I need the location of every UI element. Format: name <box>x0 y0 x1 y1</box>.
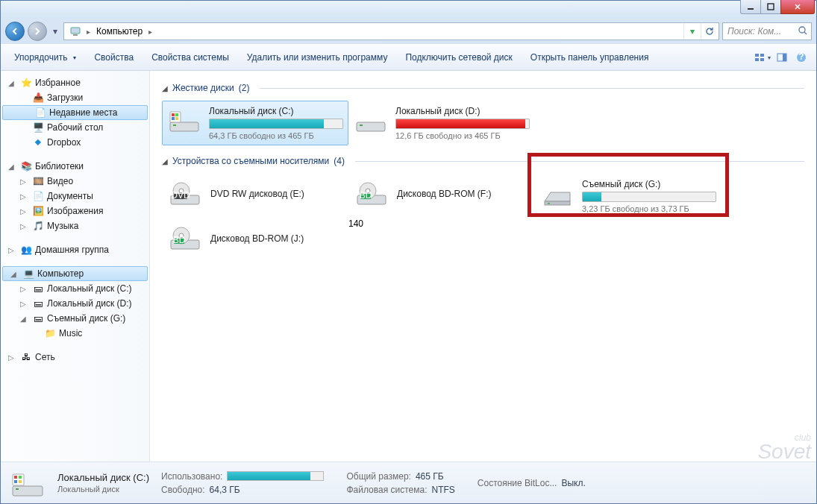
svg-rect-20 <box>357 122 385 131</box>
drive-d[interactable]: Локальный диск (D:) 12,6 ГБ свободно из … <box>348 101 535 145</box>
removable-drive-icon: 🖴 <box>32 312 44 324</box>
drive-icon <box>10 468 46 498</box>
group-header-hdd[interactable]: ◢ Жесткие диски (2) <box>162 83 804 93</box>
refresh-button[interactable] <box>701 23 717 40</box>
tree-desktop[interactable]: 🖥️Рабочий стол <box>1 120 149 135</box>
titlebar[interactable] <box>1 1 816 19</box>
svg-rect-14 <box>173 125 176 126</box>
capacity-bar <box>209 119 343 129</box>
svg-rect-45 <box>19 480 22 483</box>
group-count: (4) <box>334 156 345 166</box>
address-dropdown-button[interactable]: ▾ <box>683 23 700 40</box>
system-properties-button[interactable]: Свойства системы <box>144 49 237 66</box>
svg-text:BD: BD <box>173 235 186 245</box>
collapse-icon[interactable]: ◢ <box>162 84 168 92</box>
explorer-window: ▾ ▸ Компьютер ▸ ▾ Поиск: Ком... Упорядоч… <box>0 0 817 504</box>
folder-icon: 📁 <box>44 327 56 339</box>
fs-label: Файловая система: <box>346 485 427 495</box>
body-area: ◢⭐Избранное 📥Загрузки 📄Недавние места 🖥️… <box>1 71 816 462</box>
map-network-drive-button[interactable]: Подключить сетевой диск <box>398 49 519 66</box>
drive-name: Дисковод BD-ROM (J:) <box>210 233 343 244</box>
free-label: Свободно: <box>161 485 205 495</box>
svg-text:?: ? <box>798 52 804 62</box>
drive-icon: 🖴 <box>32 283 44 294</box>
fs-value: NTFS <box>431 485 454 495</box>
navigation-row: ▾ ▸ Компьютер ▸ ▾ Поиск: Ком... <box>1 19 816 44</box>
video-icon: 🎞️ <box>32 175 44 187</box>
tree-documents[interactable]: ▷📄Документы <box>1 189 149 204</box>
libraries-icon: 📚 <box>20 160 32 172</box>
svg-rect-6 <box>760 54 764 57</box>
back-button[interactable] <box>5 22 25 41</box>
view-options-button[interactable] <box>754 48 771 66</box>
tree-favorites[interactable]: ◢⭐Избранное <box>1 75 149 90</box>
svg-rect-39 <box>13 486 43 496</box>
recent-icon: 📄 <box>34 107 46 119</box>
control-panel-button[interactable]: Открыть панель управления <box>523 49 657 66</box>
search-icon <box>798 25 808 38</box>
breadcrumb-computer[interactable]: Компьютер <box>92 23 147 40</box>
tree-recent-places[interactable]: 📄Недавние места <box>2 105 148 120</box>
details-subtitle: Локальный диск <box>57 485 149 494</box>
search-input[interactable]: Поиск: Ком... <box>722 22 812 40</box>
tree-network[interactable]: ▷🖧Сеть <box>1 350 149 365</box>
tree-dropbox[interactable]: ⯁Dropbox <box>1 135 149 150</box>
history-dropdown[interactable]: ▾ <box>50 24 60 39</box>
bd-drive-j[interactable]: BD Дисковод BD-ROM (J:) <box>162 218 348 259</box>
total-value: 465 ГБ <box>416 471 444 482</box>
minimize-button[interactable] <box>740 0 761 14</box>
tree-videos[interactable]: ▷🎞️Видео <box>1 174 149 189</box>
tree-downloads[interactable]: 📥Загрузки <box>1 90 149 105</box>
command-toolbar: Упорядочить Свойства Свойства системы Уд… <box>1 44 816 71</box>
svg-rect-7 <box>755 58 759 61</box>
hdd-icon <box>167 106 201 136</box>
svg-rect-2 <box>71 28 80 34</box>
desktop-icon: 🖥️ <box>32 122 44 133</box>
annotation-highlight <box>528 153 729 217</box>
tree-pictures[interactable]: ▷🖼️Изображения <box>1 204 149 218</box>
breadcrumb-separator-icon[interactable]: ▸ <box>85 28 92 36</box>
svg-rect-18 <box>172 117 175 120</box>
tree-disk-d[interactable]: ▷🖴Локальный диск (D:) <box>1 296 149 311</box>
documents-icon: 📄 <box>32 190 44 202</box>
tree-music[interactable]: ▷🎵Музыка <box>1 218 149 233</box>
dvd-drive-e[interactable]: DVD DVD RW дисковод (E:) <box>162 174 348 218</box>
bd-drive-icon: BD <box>167 224 203 253</box>
details-title: Локальный диск (C:) <box>57 472 149 483</box>
music-icon: 🎵 <box>32 220 44 232</box>
drive-c[interactable]: Локальный диск (C:) 64,3 ГБ свободно из … <box>162 101 348 145</box>
tree-disk-c[interactable]: ▷🖴Локальный диск (C:) <box>1 281 149 296</box>
drive-name: Локальный диск (C:) <box>209 106 343 116</box>
breadcrumb-separator-icon[interactable]: ▸ <box>147 28 154 36</box>
tree-homegroup[interactable]: ▷👥Домашняя группа <box>1 242 149 257</box>
close-button[interactable] <box>780 0 815 14</box>
forward-button[interactable] <box>28 22 47 41</box>
address-bar[interactable]: ▸ Компьютер ▸ ▾ <box>63 22 719 40</box>
svg-point-4 <box>799 27 805 33</box>
drive-name: Дисковод BD-ROM (F:) <box>397 189 530 199</box>
preview-pane-button[interactable] <box>773 48 791 66</box>
svg-rect-3 <box>73 34 78 36</box>
total-label: Общий размер: <box>346 471 410 482</box>
collapse-icon[interactable]: ◢ <box>162 157 168 166</box>
navigation-pane[interactable]: ◢⭐Избранное 📥Загрузки 📄Недавние места 🖥️… <box>1 71 150 462</box>
pictures-icon: 🖼️ <box>32 205 44 217</box>
uninstall-program-button[interactable]: Удалить или изменить программу <box>240 49 395 66</box>
svg-rect-0 <box>748 8 754 10</box>
help-button[interactable]: ? <box>792 48 810 66</box>
tree-disk-g[interactable]: ◢🖴Съемный диск (G:) <box>1 311 149 326</box>
used-bar <box>227 471 324 481</box>
tree-libraries[interactable]: ◢📚Библиотеки <box>1 159 149 174</box>
homegroup-icon: 👥 <box>20 244 32 256</box>
bd-drive-f[interactable]: BD Дисковод BD-ROM (F:) <box>348 174 535 218</box>
tree-computer[interactable]: ◢💻Компьютер <box>2 266 148 281</box>
content-pane[interactable]: ◢ Жесткие диски (2) Локальный диск (C:) … <box>150 71 816 462</box>
svg-rect-44 <box>14 480 17 483</box>
properties-button[interactable]: Свойства <box>87 49 141 66</box>
svg-rect-16 <box>172 113 175 116</box>
organize-button[interactable]: Упорядочить <box>7 49 84 66</box>
capacity-bar <box>395 119 530 129</box>
svg-rect-42 <box>14 476 17 479</box>
tree-music-folder[interactable]: 📁Music <box>1 326 149 341</box>
maximize-button[interactable] <box>760 0 781 14</box>
